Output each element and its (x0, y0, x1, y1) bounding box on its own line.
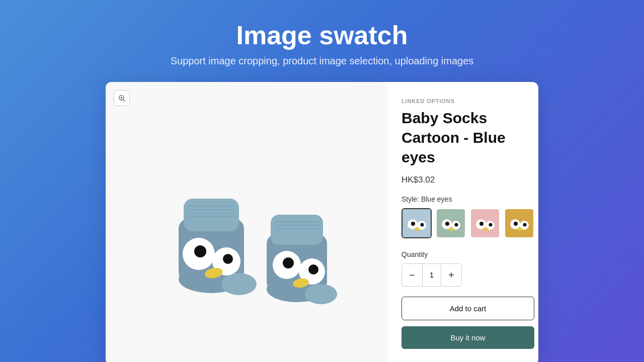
quantity-label: Quantity (401, 250, 534, 258)
product-details: LINKED OPTIONS Baby Socks Cartoon - Blue… (387, 82, 538, 362)
style-label: Style: Blue eyes (401, 195, 534, 203)
svg-point-44 (479, 222, 484, 226)
svg-point-33 (421, 223, 424, 227)
product-price: HK$3.02 (401, 175, 534, 185)
quantity-value: 1 (422, 264, 441, 286)
svg-point-24 (308, 264, 318, 275)
swatch-grid (401, 208, 534, 238)
svg-point-46 (482, 228, 489, 231)
svg-point-11 (223, 254, 233, 264)
product-title: Baby Socks Cartoon - Blue eyes (401, 108, 534, 167)
svg-rect-6 (184, 199, 239, 231)
svg-point-45 (489, 223, 493, 227)
zoom-button[interactable] (114, 90, 130, 106)
swatch-yellow[interactable] (504, 208, 534, 238)
buy-now-button[interactable]: Buy it now (401, 326, 534, 349)
add-to-cart-button[interactable]: Add to cart (401, 297, 534, 320)
svg-point-50 (514, 222, 518, 226)
quantity-increase-button[interactable]: + (441, 264, 461, 286)
linked-options-label: LINKED OPTIONS (401, 98, 534, 104)
page-header: Image swatch Support image cropping, pro… (171, 20, 474, 67)
page-title: Image swatch (171, 20, 474, 50)
quantity-decrease-button[interactable]: − (402, 264, 422, 286)
swatch-pink[interactable] (470, 208, 500, 238)
page-subtitle: Support image cropping, product image se… (171, 55, 474, 67)
product-image (131, 118, 362, 329)
svg-point-34 (414, 228, 420, 231)
product-card: LINKED OPTIONS Baby Socks Cartoon - Blue… (106, 82, 538, 362)
svg-line-1 (123, 100, 125, 102)
svg-point-23 (283, 257, 294, 268)
quantity-control: − 1 + (401, 263, 462, 287)
svg-point-20 (305, 284, 337, 304)
svg-point-32 (411, 222, 415, 226)
svg-point-38 (445, 222, 449, 226)
style-value: Blue eyes (421, 195, 452, 203)
product-image-section (106, 82, 387, 362)
svg-point-40 (448, 228, 454, 231)
svg-rect-19 (271, 215, 323, 245)
swatch-blue-eyes[interactable] (401, 208, 432, 238)
svg-point-39 (455, 223, 458, 227)
swatch-green[interactable] (436, 208, 466, 238)
svg-point-7 (221, 273, 257, 295)
svg-point-10 (194, 245, 206, 257)
svg-point-51 (523, 223, 527, 227)
svg-point-52 (517, 228, 523, 231)
